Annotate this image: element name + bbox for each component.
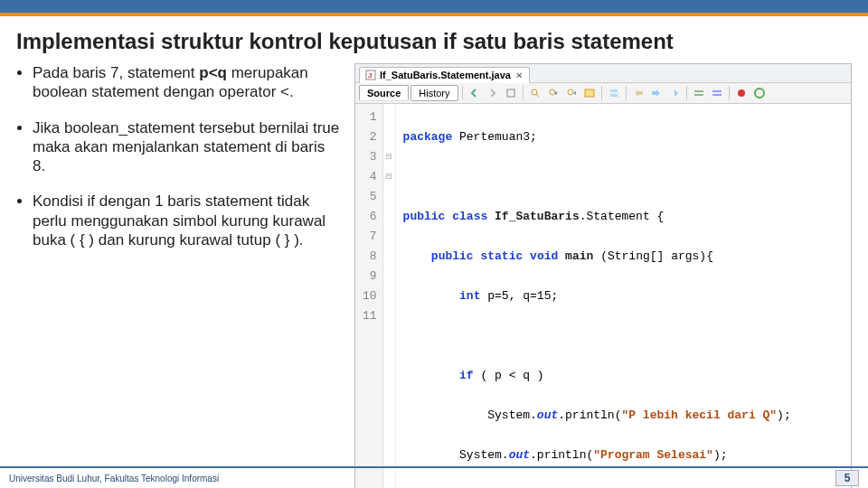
code-line: if ( p < q ) bbox=[403, 366, 791, 386]
line-number: 5 bbox=[363, 187, 377, 207]
line-number: 11 bbox=[363, 306, 377, 326]
line-number: 4 bbox=[363, 167, 377, 187]
fold-gutter: ⊟ ⊟ bbox=[383, 104, 396, 488]
code-area: 1 2 3 4 5 6 7 8 9 10 11 ⊟ ⊟ package Pert… bbox=[355, 104, 851, 488]
find-next-icon[interactable] bbox=[563, 85, 580, 101]
code-line: int p=5, q=15; bbox=[403, 286, 791, 306]
svg-point-16 bbox=[738, 89, 745, 97]
svg-rect-2 bbox=[507, 89, 514, 97]
svg-rect-13 bbox=[694, 94, 703, 96]
page-number: 5 bbox=[835, 470, 859, 486]
slide-footer: Universitas Budi Luhur, Fakultas Teknolo… bbox=[0, 466, 868, 488]
line-number: 6 bbox=[363, 207, 377, 227]
code-line: public static void main (String[] args){ bbox=[403, 247, 791, 267]
svg-rect-12 bbox=[694, 90, 703, 92]
svg-rect-14 bbox=[712, 90, 722, 92]
file-tab-label: If_SatuBaris.Statement.java bbox=[380, 70, 511, 80]
code-line: System.out.println("Program Selesai"); bbox=[403, 446, 791, 465]
java-file-icon: J bbox=[365, 70, 376, 80]
tab-history[interactable]: History bbox=[410, 85, 458, 101]
svg-text:J: J bbox=[368, 71, 372, 80]
code-line: System.out.println("P lebih kecil dari Q… bbox=[403, 406, 791, 426]
list-item: Pada baris 7, statement p<q merupakan bo… bbox=[33, 63, 342, 102]
svg-rect-10 bbox=[638, 91, 643, 95]
content-row: Pada baris 7, statement p<q merupakan bo… bbox=[0, 63, 868, 488]
file-tab-bar: J If_SatuBaris.Statement.java × bbox=[355, 64, 851, 83]
line-number: 9 bbox=[363, 267, 377, 286]
toggle-highlight-icon[interactable] bbox=[581, 85, 598, 101]
fold-toggle-icon[interactable]: ⊟ bbox=[383, 167, 395, 187]
code-body[interactable]: package Pertemuan3; public class If_Satu… bbox=[396, 104, 798, 488]
slide-title: Implementasi struktur kontrol keputusan … bbox=[0, 16, 868, 63]
format-icon[interactable] bbox=[666, 85, 683, 101]
bullet-text: Pada baris 7, statement bbox=[33, 64, 199, 81]
line-number: 1 bbox=[363, 108, 377, 127]
footer-org: Universitas Budi Luhur, Fakultas Teknolo… bbox=[9, 474, 219, 483]
nav-back-icon[interactable] bbox=[467, 85, 483, 101]
nav-up-icon[interactable] bbox=[503, 85, 519, 101]
find-icon[interactable] bbox=[527, 85, 543, 101]
toolbar-separator bbox=[686, 86, 687, 100]
file-tab[interactable]: J If_SatuBaris.Statement.java × bbox=[359, 67, 530, 83]
ide-window: J If_SatuBaris.Statement.java × Source H… bbox=[354, 63, 852, 488]
svg-rect-9 bbox=[610, 94, 618, 97]
bullet-bold: p<q bbox=[199, 64, 227, 81]
svg-point-5 bbox=[550, 89, 555, 95]
list-item: Jika boolean_statement tersebut bernilai… bbox=[33, 118, 342, 176]
svg-point-17 bbox=[755, 89, 764, 98]
svg-rect-15 bbox=[712, 94, 722, 96]
code-line bbox=[403, 326, 791, 346]
find-prev-icon[interactable] bbox=[545, 85, 561, 101]
play-macro-icon[interactable] bbox=[751, 85, 768, 101]
record-macro-icon[interactable] bbox=[733, 85, 750, 101]
code-line: public class If_SatuBaris.Statement { bbox=[403, 207, 791, 227]
insert-icon[interactable] bbox=[606, 85, 622, 101]
top-bar bbox=[0, 0, 868, 13]
line-gutter: 1 2 3 4 5 6 7 8 9 10 11 bbox=[355, 104, 383, 488]
svg-line-4 bbox=[536, 94, 539, 97]
line-number: 2 bbox=[363, 127, 377, 147]
fold-toggle-icon[interactable]: ⊟ bbox=[383, 147, 395, 167]
tab-source[interactable]: Source bbox=[359, 85, 409, 101]
line-number: 3 bbox=[363, 147, 377, 167]
bullet-text: Jika boolean_statement tersebut bernilai… bbox=[33, 119, 339, 175]
bullet-list: Pada baris 7, statement p<q merupakan bo… bbox=[16, 63, 342, 488]
toolbar-separator bbox=[729, 86, 730, 100]
ide-toolbar: Source History bbox=[355, 83, 851, 104]
code-line: package Pertemuan3; bbox=[403, 127, 791, 147]
line-number: 10 bbox=[363, 286, 377, 306]
toolbar-separator bbox=[601, 86, 602, 100]
svg-rect-8 bbox=[610, 89, 618, 92]
svg-rect-7 bbox=[585, 89, 594, 97]
line-number: 7 bbox=[363, 227, 377, 247]
toolbar-separator bbox=[626, 86, 627, 100]
line-number: 8 bbox=[363, 247, 377, 267]
bullet-text: Kondisi if dengan 1 baris statement tida… bbox=[33, 192, 326, 249]
svg-point-6 bbox=[568, 89, 573, 95]
nav-fwd-icon[interactable] bbox=[485, 85, 501, 101]
shift-right-icon[interactable] bbox=[648, 85, 665, 101]
list-item: Kondisi if dengan 1 baris statement tida… bbox=[33, 192, 342, 249]
close-icon[interactable]: × bbox=[514, 70, 524, 80]
toolbar-separator bbox=[523, 86, 524, 100]
shift-left-icon[interactable] bbox=[630, 85, 646, 101]
comment-icon[interactable] bbox=[709, 85, 725, 101]
svg-rect-11 bbox=[652, 91, 656, 95]
uncomment-icon[interactable] bbox=[691, 85, 707, 101]
code-line bbox=[403, 167, 791, 187]
toolbar-separator bbox=[462, 86, 463, 100]
